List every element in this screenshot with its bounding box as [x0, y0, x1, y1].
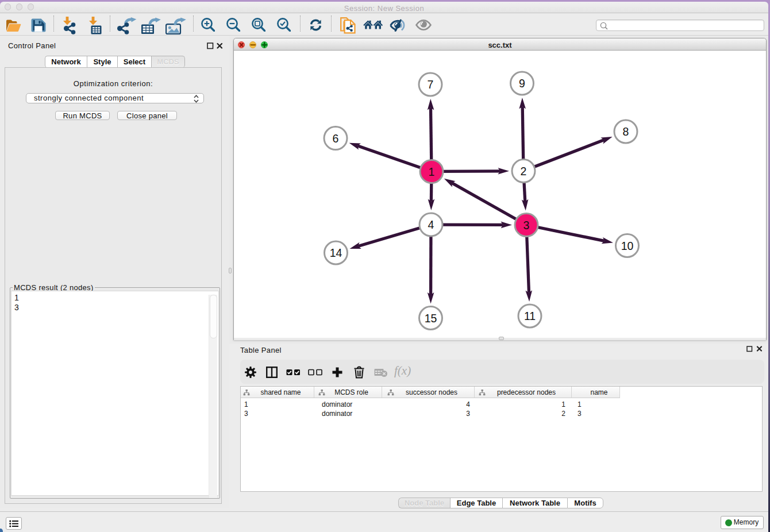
svg-text:9: 9: [519, 77, 525, 90]
svg-text:2: 2: [521, 165, 527, 178]
svg-text:8: 8: [623, 125, 629, 138]
svg-text:7: 7: [428, 78, 434, 91]
svg-text:11: 11: [524, 310, 536, 322]
svg-text:10: 10: [621, 240, 634, 252]
svg-text:4: 4: [428, 218, 434, 231]
svg-text:6: 6: [333, 132, 339, 145]
svg-text:15: 15: [425, 312, 437, 325]
svg-text:3: 3: [523, 219, 530, 232]
svg-text:1: 1: [429, 165, 435, 178]
svg-text:14: 14: [330, 246, 342, 259]
